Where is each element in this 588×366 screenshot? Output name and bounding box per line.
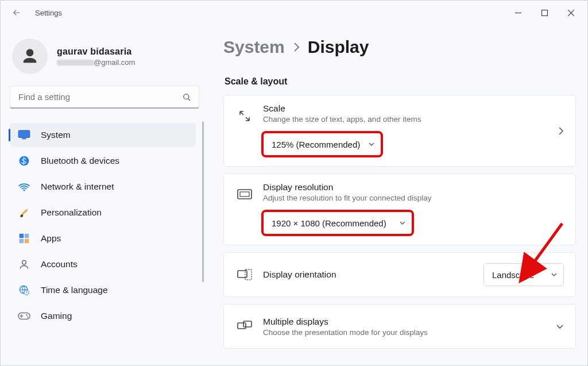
profile-name: gaurav bidasaria [57, 47, 135, 57]
sidebar-item-gaming[interactable]: Gaming [10, 304, 196, 328]
chevron-down-icon [556, 322, 564, 330]
resolution-icon [234, 184, 255, 205]
titlebar: Settings [1, 1, 587, 25]
scrollbar[interactable] [202, 121, 204, 282]
card-desc: Adjust the resolution to fit your connec… [263, 194, 565, 202]
chevron-down-icon [551, 271, 558, 278]
chevron-right-icon [293, 42, 300, 52]
resolution-select[interactable]: 1920 × 1080 (Recommended) [263, 211, 412, 234]
sidebar-item-bluetooth[interactable]: Bluetooth & devices [10, 149, 196, 173]
sidebar-item-apps[interactable]: Apps [10, 226, 196, 251]
svg-rect-7 [25, 234, 29, 238]
sidebar: gaurav bidasaria @gmail.com System [1, 25, 206, 365]
scale-icon [234, 106, 255, 126]
sidebar-item-label: Apps [41, 233, 61, 244]
svg-point-10 [22, 260, 26, 264]
svg-rect-0 [541, 10, 547, 16]
accounts-icon [18, 258, 30, 271]
svg-rect-17 [240, 192, 249, 197]
svg-point-1 [184, 94, 189, 99]
monitor-icon [18, 129, 30, 141]
svg-point-5 [24, 190, 25, 191]
close-button[interactable] [558, 3, 584, 22]
card-resolution[interactable]: Display resolution Adjust the resolution… [223, 174, 576, 245]
sidebar-item-label: Time & language [41, 285, 108, 295]
apps-icon [18, 232, 30, 245]
page-title: Display [308, 37, 369, 57]
maximize-button[interactable] [531, 3, 558, 22]
card-title: Multiple displays [263, 317, 565, 327]
sidebar-item-label: System [41, 130, 71, 140]
profile[interactable]: gaurav bidasaria @gmail.com [9, 30, 206, 83]
svg-rect-21 [243, 321, 252, 327]
search-icon [181, 92, 192, 102]
minimize-button[interactable] [505, 3, 531, 22]
nav: System Bluetooth & devices Network & int… [9, 121, 206, 365]
svg-rect-3 [22, 138, 26, 139]
sidebar-item-network[interactable]: Network & internet [10, 175, 196, 199]
sidebar-item-personalization[interactable]: Personalization [10, 201, 196, 225]
chevron-down-icon [399, 219, 406, 226]
content: gaurav bidasaria @gmail.com System [1, 25, 587, 365]
svg-rect-6 [20, 234, 24, 238]
svg-rect-20 [238, 323, 246, 329]
brush-icon [18, 206, 30, 219]
chevron-down-icon [368, 141, 375, 148]
orientation-value: Landscape [492, 270, 534, 280]
svg-point-15 [27, 317, 28, 318]
section-scale-layout: Scale & layout [225, 76, 576, 87]
card-scale[interactable]: Scale Change the size of text, apps, and… [223, 95, 576, 167]
settings-window: Settings gaurav bidasaria @gmail.com [0, 0, 588, 366]
person-icon [20, 47, 40, 66]
search-box[interactable] [10, 86, 199, 109]
card-desc: Choose the presentation mode for your di… [263, 328, 565, 337]
orientation-select[interactable]: Landscape [483, 263, 564, 286]
card-title: Scale [263, 103, 565, 114]
scale-value: 125% (Recommended) [272, 140, 360, 149]
card-desc: Change the size of text, apps, and other… [263, 115, 565, 124]
app-title: Settings [35, 9, 62, 17]
profile-email: @gmail.com [57, 58, 135, 67]
svg-rect-2 [18, 130, 30, 138]
sidebar-item-label: Personalization [41, 207, 102, 218]
sidebar-item-system[interactable]: System [10, 123, 196, 147]
sidebar-item-label: Network & internet [41, 182, 114, 192]
card-multiple-displays[interactable]: Multiple displays Choose the presentatio… [223, 304, 576, 349]
breadcrumb-parent[interactable]: System [223, 37, 285, 57]
sidebar-item-time-language[interactable]: Time & language [10, 278, 196, 302]
scale-select[interactable]: 125% (Recommended) [263, 133, 381, 156]
main: System Display Scale & layout Scale Chan… [206, 25, 587, 365]
svg-point-14 [26, 314, 27, 315]
resolution-value: 1920 × 1080 (Recommended) [272, 218, 386, 228]
back-button[interactable] [9, 5, 25, 21]
card-orientation[interactable]: Display orientation Landscape [223, 252, 576, 297]
globe-clock-icon [18, 284, 30, 296]
sidebar-item-label: Gaming [41, 311, 72, 321]
gamepad-icon [18, 310, 30, 322]
profile-text: gaurav bidasaria @gmail.com [57, 47, 135, 67]
breadcrumb: System Display [223, 37, 576, 57]
sidebar-item-label: Bluetooth & devices [41, 156, 119, 166]
sidebar-item-accounts[interactable]: Accounts [10, 252, 196, 276]
sidebar-item-label: Accounts [41, 259, 78, 269]
arrow-left-icon [12, 8, 21, 17]
avatar [12, 38, 48, 74]
window-controls [505, 3, 584, 22]
wifi-icon [18, 180, 30, 193]
svg-rect-8 [20, 239, 24, 244]
search-input[interactable] [17, 91, 181, 102]
chevron-right-icon [558, 126, 564, 136]
card-title: Display resolution [263, 182, 565, 192]
email-redacted [57, 60, 94, 66]
svg-rect-9 [25, 239, 29, 244]
bluetooth-icon [18, 155, 30, 167]
orientation-icon [234, 264, 255, 285]
multiple-displays-icon [234, 316, 255, 337]
